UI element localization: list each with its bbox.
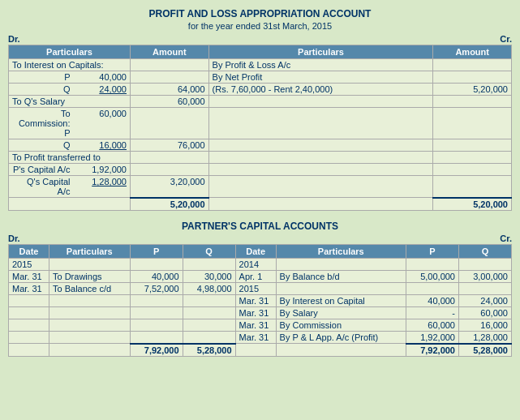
pnl-cr: Cr. — [500, 34, 512, 44]
pnl-debit-amount-1 — [131, 59, 209, 71]
capital-total-date-right — [235, 344, 276, 357]
pnl-debit-commission-q-amount: 16,000 — [74, 139, 131, 152]
pnl-table: Particulars Amount Particulars Amount To… — [8, 45, 512, 211]
pnl-row-9: Q's Capital A/c 1,28,000 3,20,000 — [9, 176, 512, 198]
capital-debit-q-3: 4,98,000 — [183, 282, 235, 294]
capital-debit-particulars-6 — [49, 319, 131, 331]
capital-debit-date-5 — [9, 306, 49, 319]
capital-debit-p-7 — [130, 331, 183, 344]
capital-total-q-right: 5,28,000 — [459, 344, 512, 357]
pnl-credit-4 — [208, 96, 433, 108]
capital-row-6: Mar. 31 By Commission 60,000 16,000 — [9, 319, 512, 331]
pnl-header-particulars-right: Particulars — [208, 45, 433, 59]
capital-debit-particulars-1 — [49, 258, 131, 270]
pnl-row-6: Q 16,000 76,000 — [9, 139, 512, 152]
capital-debit-date-4 — [9, 294, 49, 306]
capital-header-particulars-right: Particulars — [276, 244, 406, 258]
capital-debit-p-1 — [130, 258, 183, 270]
capital-row-5: Mar. 31 By Salary - 60,000 — [9, 306, 512, 319]
pnl-debit-1: To Interest on Capitals: — [9, 59, 131, 71]
pnl-subtitle: for the year ended 31st March, 2015 — [8, 21, 512, 31]
pnl-debit-label-p: P — [9, 71, 74, 84]
capital-header-p-right: P — [406, 244, 459, 258]
pnl-dr: Dr. — [8, 34, 20, 44]
pnl-total-label-right — [208, 198, 433, 211]
pnl-debit-amount-4: 60,000 — [131, 96, 209, 108]
pnl-debit-p-amount: 40,000 — [74, 71, 131, 84]
pnl-credit-7 — [208, 152, 433, 164]
pnl-section: PROFIT AND LOSS APPROPRIATION ACCOUNT fo… — [8, 8, 512, 211]
capital-total-date-left — [9, 344, 49, 357]
capital-debit-p-4 — [130, 294, 183, 306]
pnl-title: PROFIT AND LOSS APPROPRIATION ACCOUNT — [8, 8, 512, 19]
capital-debit-date-3: Mar. 31 — [9, 282, 49, 294]
capital-debit-particulars-7 — [49, 331, 131, 344]
capital-debit-q-2: 30,000 — [183, 270, 235, 282]
pnl-credit-amount-9 — [433, 176, 512, 198]
capital-total-row: 7,92,000 5,28,000 7,92,000 5,28,000 — [9, 344, 512, 357]
capital-credit-date-3: 2015 — [235, 282, 276, 294]
capital-credit-date-5: Mar. 31 — [235, 306, 276, 319]
capital-table: Date Particulars P Q Date Particulars P … — [8, 244, 512, 357]
pnl-header-particulars-left: Particulars — [9, 45, 131, 59]
capital-credit-particulars-6: By Commission — [276, 319, 406, 331]
capital-header-date-right: Date — [235, 244, 276, 258]
capital-credit-q-2: 3,00,000 — [459, 270, 512, 282]
pnl-total-label-left — [9, 198, 131, 211]
pnl-debit-p-capital-amount: 1,92,000 — [74, 164, 131, 176]
capital-row-4: Mar. 31 By Interest on Capital 40,000 24… — [9, 294, 512, 306]
pnl-row-5: To Commission: P 60,000 — [9, 108, 512, 139]
pnl-debit-q-amount: 24,000 — [74, 84, 131, 96]
capital-credit-p-3 — [406, 282, 459, 294]
capital-total-q-left: 5,28,000 — [183, 344, 235, 357]
capital-debit-particulars-5 — [49, 306, 131, 319]
capital-row-1: 2015 2014 — [9, 258, 512, 270]
capital-credit-particulars-4: By Interest on Capital — [276, 294, 406, 306]
capital-credit-p-1 — [406, 258, 459, 270]
capital-debit-q-6 — [183, 319, 235, 331]
capital-credit-particulars-7: By P & L App. A/c (Profit) — [276, 331, 406, 344]
pnl-debit-amount-5 — [131, 108, 209, 139]
capital-debit-particulars-3: To Balance c/d — [49, 282, 131, 294]
pnl-total-credit: 5,20,000 — [433, 198, 512, 211]
pnl-credit-amount-6 — [433, 139, 512, 152]
capital-total-p-left: 7,92,000 — [130, 344, 183, 357]
capital-credit-p-2: 5,00,000 — [406, 270, 459, 282]
capital-credit-q-4: 24,000 — [459, 294, 512, 306]
pnl-row-1: To Interest on Capitals: By Profit & Los… — [9, 59, 512, 71]
capital-header-date-left: Date — [9, 244, 49, 258]
pnl-credit-amount-2 — [433, 71, 512, 84]
pnl-credit-amount-3: 5,20,000 — [433, 84, 512, 96]
capital-row-2: Mar. 31 To Drawings 40,000 30,000 Apr. 1… — [9, 270, 512, 282]
pnl-header-amount-right: Amount — [433, 45, 512, 59]
pnl-debit-commission-q-label: Q — [9, 139, 74, 152]
pnl-debit-amount-9: 3,20,000 — [131, 176, 209, 198]
capital-debit-q-7 — [183, 331, 235, 344]
capital-section: PARTNER'S CAPITAL ACCOUNTS Dr. Cr. Date … — [8, 221, 512, 357]
capital-credit-q-3 — [459, 282, 512, 294]
pnl-credit-amount-1 — [433, 59, 512, 71]
pnl-credit-8 — [208, 164, 433, 176]
pnl-debit-q-capital-amount: 1,28,000 — [74, 176, 131, 198]
capital-total-label-left — [49, 344, 131, 357]
capital-debit-date-6 — [9, 319, 49, 331]
capital-total-p-right: 7,92,000 — [406, 344, 459, 357]
capital-credit-q-7: 1,28,000 — [459, 331, 512, 344]
pnl-debit-q-capital-label: Q's Capital A/c — [9, 176, 74, 198]
capital-debit-p-2: 40,000 — [130, 270, 183, 282]
capital-debit-date-2: Mar. 31 — [9, 270, 49, 282]
capital-credit-date-1: 2014 — [235, 258, 276, 270]
pnl-debit-amount-8 — [131, 164, 209, 176]
pnl-credit-3: (Rs. 7,60,000 - Rent 2,40,000) — [208, 84, 433, 96]
capital-credit-p-4: 40,000 — [406, 294, 459, 306]
capital-debit-particulars-4 — [49, 294, 131, 306]
pnl-credit-1: By Profit & Loss A/c — [208, 59, 433, 71]
pnl-total-row: 5,20,000 5,20,000 — [9, 198, 512, 211]
capital-credit-particulars-5: By Salary — [276, 306, 406, 319]
pnl-row-4: To Q's Salary 60,000 — [9, 96, 512, 108]
capital-cr: Cr. — [500, 234, 512, 243]
pnl-credit-5 — [208, 108, 433, 139]
capital-header-q-right: Q — [459, 244, 512, 258]
capital-credit-q-5: 60,000 — [459, 306, 512, 319]
capital-credit-p-6: 60,000 — [406, 319, 459, 331]
